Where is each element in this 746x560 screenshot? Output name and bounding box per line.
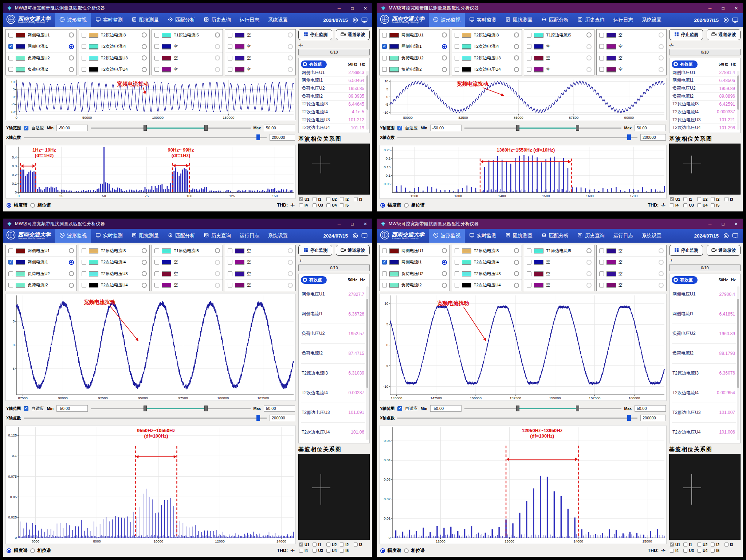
channel-radio[interactable] <box>142 271 147 276</box>
nav-tab-波形监视[interactable]: 波形监视 <box>55 229 91 243</box>
phase-channel-checkbox[interactable] <box>725 197 729 201</box>
channel-checkbox[interactable] <box>228 56 232 60</box>
y-min-input[interactable] <box>56 125 88 131</box>
phase-spectrum-radio[interactable] <box>30 203 35 208</box>
channel-radio[interactable] <box>514 44 519 49</box>
phase-channel-checkbox[interactable] <box>670 543 674 547</box>
display-monitor-icon[interactable] <box>361 233 368 239</box>
display-monitor-icon[interactable] <box>732 233 738 239</box>
channel-checkbox[interactable] <box>228 44 232 49</box>
channel-checkbox[interactable] <box>455 271 459 276</box>
y-range-slider-handle-low[interactable] <box>516 406 519 411</box>
x-points-slider-handle[interactable] <box>627 415 631 421</box>
x-points-slider-handle[interactable] <box>256 134 260 140</box>
phase-channel-checkbox[interactable] <box>670 549 674 553</box>
channel-radio[interactable] <box>514 260 519 265</box>
channel-radio[interactable] <box>69 32 74 38</box>
channel-checkbox[interactable] <box>527 248 531 253</box>
y-range-slider[interactable] <box>91 405 251 412</box>
maximize-button[interactable]: □ <box>718 6 728 11</box>
channel-radio[interactable] <box>442 55 447 60</box>
channel-radio[interactable] <box>659 44 664 49</box>
phase-channel-checkbox[interactable] <box>313 543 317 547</box>
x-points-slider-handle[interactable] <box>256 415 260 421</box>
rms-scrollbar[interactable] <box>737 71 739 130</box>
nav-tab-阻抗测量[interactable]: 阻抗测量 <box>501 229 537 243</box>
channel-checkbox[interactable] <box>455 33 459 38</box>
phase-channel-checkbox[interactable] <box>313 549 317 553</box>
phase-channel-checkbox[interactable] <box>340 203 344 207</box>
channel-checkbox[interactable] <box>82 248 86 253</box>
channel-checkbox[interactable] <box>8 283 13 287</box>
channel-radio[interactable] <box>215 260 220 265</box>
phase-channel-checkbox[interactable] <box>711 549 715 553</box>
channel-radio[interactable] <box>442 67 447 72</box>
channel-checkbox[interactable] <box>228 248 232 253</box>
phase-channel-checkbox[interactable] <box>326 549 330 553</box>
rms-mode-pill[interactable]: 有效值 <box>301 60 327 68</box>
channel-radio[interactable] <box>586 44 592 49</box>
settings-gear-icon[interactable] <box>723 233 729 239</box>
channel-radio[interactable] <box>69 67 74 72</box>
nav-tab-阻抗测量[interactable]: 阻抗测量 <box>127 13 163 27</box>
channel-radio[interactable] <box>69 44 74 49</box>
phase-spectrum-radio[interactable] <box>404 203 409 208</box>
channel-radio[interactable] <box>659 260 664 265</box>
channel-radio[interactable] <box>215 248 220 253</box>
y-range-slider-handle-high[interactable] <box>204 125 208 131</box>
channel-checkbox[interactable] <box>455 67 459 72</box>
amplitude-spectrum-radio[interactable] <box>7 203 11 208</box>
channel-checkbox[interactable] <box>382 56 387 60</box>
channel-radio[interactable] <box>659 67 664 72</box>
y-max-input[interactable] <box>635 405 666 412</box>
channel-checkbox[interactable] <box>455 44 459 49</box>
channel-checkbox[interactable] <box>154 67 159 72</box>
channel-radio[interactable] <box>659 55 664 60</box>
display-monitor-icon[interactable] <box>361 17 368 23</box>
nav-tab-阻抗测量[interactable]: 阻抗测量 <box>127 229 163 243</box>
phase-channel-checkbox[interactable] <box>697 197 701 201</box>
channel-radio[interactable] <box>215 44 220 49</box>
channel-radio[interactable] <box>514 55 519 60</box>
channel-checkbox[interactable] <box>82 271 86 276</box>
channel-checkbox[interactable] <box>228 260 232 265</box>
phase-channel-checkbox[interactable] <box>683 203 687 207</box>
channel-checkbox[interactable] <box>382 271 387 276</box>
channel-radio[interactable] <box>586 32 592 38</box>
x-points-input[interactable] <box>640 415 666 421</box>
phase-channel-checkbox[interactable] <box>326 197 330 201</box>
channel-radio[interactable] <box>69 271 74 276</box>
channel-radio[interactable] <box>514 283 519 288</box>
minimize-button[interactable]: ─ <box>705 6 715 11</box>
channel-checkbox[interactable] <box>599 67 604 72</box>
phase-channel-checkbox[interactable] <box>683 197 687 201</box>
channel-checkbox[interactable] <box>527 260 531 265</box>
y-range-slider-handle-high[interactable] <box>204 406 208 411</box>
y-range-slider-handle-low[interactable] <box>144 125 147 131</box>
stop-monitor-button[interactable]: 停止监测 <box>298 245 332 256</box>
nav-tab-历史查询[interactable]: 历史查询 <box>199 229 235 243</box>
channel-checkbox[interactable] <box>154 283 159 287</box>
channel-radio[interactable] <box>586 283 592 288</box>
channel-checkbox[interactable] <box>455 260 459 265</box>
adaptive-checkbox[interactable] <box>24 126 28 130</box>
amplitude-spectrum-radio[interactable] <box>380 548 385 553</box>
channel-record-button[interactable]: 通道录波 <box>707 29 741 40</box>
channel-radio[interactable] <box>288 44 293 49</box>
y-range-slider[interactable] <box>464 405 621 412</box>
y-min-input[interactable] <box>430 405 462 412</box>
stop-monitor-button[interactable]: 停止监测 <box>669 29 703 40</box>
stop-monitor-button[interactable]: 停止监测 <box>669 245 703 256</box>
nav-tab-波形监视[interactable]: 波形监视 <box>429 13 465 27</box>
channel-radio[interactable] <box>659 283 664 288</box>
x-points-input[interactable] <box>270 415 295 421</box>
phase-channel-checkbox[interactable] <box>326 203 330 207</box>
phase-channel-checkbox[interactable] <box>299 197 303 201</box>
phase-channel-checkbox[interactable] <box>711 543 715 547</box>
channel-checkbox[interactable] <box>228 33 232 38</box>
x-points-slider[interactable] <box>24 134 267 141</box>
nav-tab-匹配分析[interactable]: 匹配分析 <box>163 13 199 27</box>
rms-scrollbar[interactable] <box>366 286 369 440</box>
nav-tab-系统设置[interactable]: 系统设置 <box>264 13 292 27</box>
channel-radio[interactable] <box>514 271 519 276</box>
